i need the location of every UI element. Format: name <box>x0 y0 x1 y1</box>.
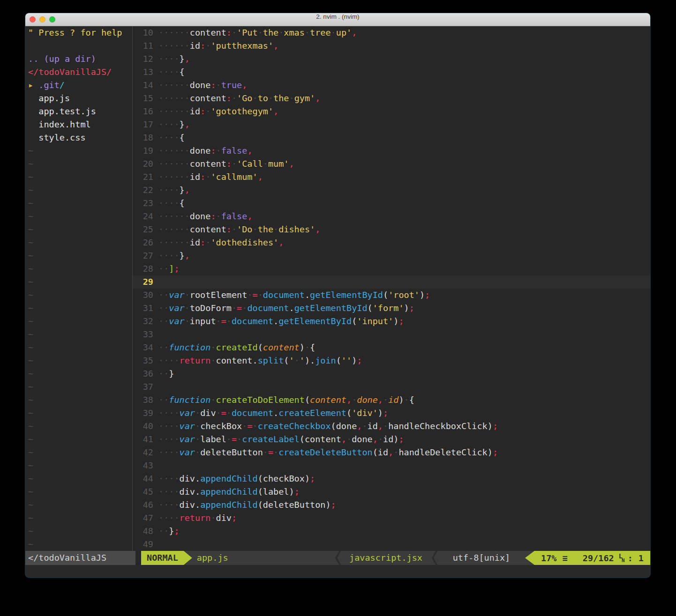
code-line[interactable]: 30··var·rootElement·=·document.getElemen… <box>133 289 650 302</box>
code-line[interactable]: 36··} <box>133 367 650 380</box>
window-titlebar[interactable]: 2. nvim . (nvim) <box>25 13 650 26</box>
tilde-row: ~ <box>25 512 132 525</box>
line-number: 25 <box>133 223 153 236</box>
code-token-ws: · <box>195 408 200 418</box>
code-line-cursor[interactable]: 29 <box>133 275 650 289</box>
code-line[interactable]: 25······content:·'Do·the·dishes', <box>133 223 650 236</box>
code-line[interactable]: 27····}, <box>133 249 650 262</box>
tilde-row: ~ <box>25 485 132 498</box>
code-token-st: the <box>273 93 289 103</box>
code-line[interactable]: 38··function·createToDoElement(content,·… <box>133 393 650 407</box>
minimize-button[interactable] <box>39 16 45 22</box>
code-token-bo: true <box>221 80 242 90</box>
code-line[interactable]: 11······id:·'putthexmas', <box>133 39 650 52</box>
close-button[interactable] <box>30 16 36 22</box>
code-token-fg: content <box>190 93 226 103</box>
code-line[interactable]: 10······content:·'Put·the·xmas·tree·up', <box>133 26 650 39</box>
code-line[interactable]: 45····div.appendChild(label); <box>133 485 650 498</box>
code-line[interactable]: 44····div.appendChild(checkBox); <box>133 472 650 485</box>
tree-item[interactable]: app.test.js <box>25 105 132 118</box>
code-token-fg: id <box>190 106 200 116</box>
code-line[interactable]: 47····return·div; <box>133 512 650 525</box>
tilde-row: ~ <box>25 171 132 184</box>
code-token-ti: ~ <box>28 316 33 326</box>
code-token-pu: ; <box>398 316 404 326</box>
tilde-row: ~ <box>25 184 132 197</box>
code-line[interactable]: 31··var·toDoForm·=·document.getElementBy… <box>133 302 650 315</box>
code-token-ws: ···· <box>158 198 180 208</box>
code-token-cy: appendChild <box>200 487 258 497</box>
tree-item[interactable]: .. (up a dir) <box>25 52 132 66</box>
code-line[interactable]: 49 <box>133 538 650 551</box>
code-line[interactable]: 37 <box>133 380 650 393</box>
code-line[interactable]: 35····return·content.split('·').join('')… <box>133 354 650 367</box>
code-token-ti: ~ <box>28 342 33 352</box>
code-line[interactable]: 34··function·createId(content)·{ <box>133 341 650 354</box>
code-token-ws: · <box>268 93 273 103</box>
code-token-pu: , <box>341 434 346 444</box>
code-token-fg: done <box>336 421 357 431</box>
code-line[interactable]: 24······done:·false, <box>133 210 650 223</box>
tilde-row: ~ <box>25 472 132 485</box>
code-line[interactable]: 23····{ <box>133 197 650 210</box>
code-line[interactable]: 21······id:·'callmum', <box>133 171 650 184</box>
code-text: ····}, <box>158 184 190 197</box>
code-line[interactable]: 39····var·div·=·document.createElement('… <box>133 407 650 420</box>
code-token-ws: ···· <box>158 474 180 483</box>
code-line[interactable]: 28··]; <box>133 262 650 275</box>
tree-item[interactable]: </todoVanillaJS/ <box>25 66 132 79</box>
code-line[interactable]: 40····var·checkBox·=·createCheckbox(done… <box>133 420 650 433</box>
code-line[interactable]: 26······id:·'dothedishes', <box>133 236 650 249</box>
command-line[interactable] <box>25 565 650 578</box>
code-line[interactable]: 16······id:·'gotothegym', <box>133 105 650 118</box>
code-text: ······content:·'Call·mum', <box>158 157 294 171</box>
code-token-fg: id <box>383 434 393 444</box>
code-line[interactable]: 32··var·input·=·document.getElementById(… <box>133 315 650 328</box>
tree-item[interactable]: ▸ .git/ <box>25 79 132 92</box>
code-line[interactable]: 12····}, <box>133 52 650 66</box>
code-token-ws: ······ <box>158 93 190 103</box>
code-token-st: ' <box>289 356 294 365</box>
tree-item[interactable]: index.html <box>25 118 132 131</box>
line-number: 15 <box>133 92 153 105</box>
code-line[interactable]: 46····div.appendChild(deleteButton); <box>133 498 650 512</box>
code-line[interactable]: 43 <box>133 459 650 472</box>
tree-blank-row <box>25 39 132 52</box>
code-line[interactable]: 13····{ <box>133 66 650 79</box>
code-token-fg: ( <box>258 474 263 483</box>
code-token-pu: = <box>253 290 258 300</box>
code-token-ws: · <box>404 395 409 405</box>
code-line[interactable]: 22····}, <box>133 184 650 197</box>
code-line[interactable]: 41····var·label·=·createLabel(content,·d… <box>133 433 650 446</box>
code-line[interactable]: 15······content:·'Go·to·the·gym', <box>133 92 650 105</box>
code-token-ti: ~ <box>28 172 33 182</box>
code-token-fg: ) <box>393 434 398 444</box>
code-line[interactable]: 48··}; <box>133 525 650 538</box>
code-token-ws: ······ <box>158 146 190 156</box>
code-token-pu: ; <box>493 447 498 457</box>
code-line[interactable]: 33 <box>133 328 650 341</box>
tree-item[interactable]: app.js <box>25 92 132 105</box>
code-line[interactable]: 14······done:·true, <box>133 79 650 92</box>
code-text: ··}; <box>158 525 180 538</box>
tree-item[interactable]: style.css <box>25 131 132 144</box>
code-token-fg: done <box>190 146 211 156</box>
code-line[interactable]: 20······content:·'Call·mum', <box>133 157 650 171</box>
code-text: ····div.appendChild(label); <box>158 485 300 498</box>
tilde-row: ~ <box>25 525 132 538</box>
code-token-fg: deleteButton <box>263 500 326 510</box>
code-token-pa: id <box>388 395 398 405</box>
code-token-ws: · <box>205 41 210 51</box>
code-text: ····var·div·=·document.createElement('di… <box>158 407 388 420</box>
statusline-filename: app.js <box>192 551 334 565</box>
zoom-button[interactable] <box>49 16 55 22</box>
code-token-pu: : <box>210 80 216 90</box>
code-line[interactable]: 18····{ <box>133 131 650 144</box>
code-token-fg: ) <box>420 290 425 300</box>
code-line[interactable]: 17····}, <box>133 118 650 131</box>
code-line[interactable]: 42····var·deleteButton·=·createDeleteBut… <box>133 446 650 459</box>
code-line[interactable]: 19······done:·false, <box>133 144 650 157</box>
code-token-ws: · <box>210 356 216 365</box>
tree-item[interactable]: " Press ? for help <box>25 26 132 39</box>
code-token-ti: ~ <box>28 264 33 274</box>
